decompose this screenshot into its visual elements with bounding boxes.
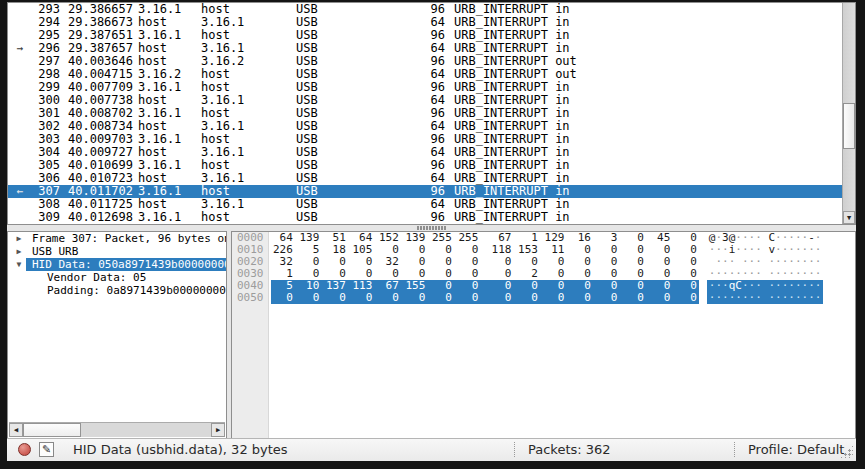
packet-row[interactable]: 29429.386673host3.16.1USB64URB_INTERRUPT…	[8, 16, 842, 29]
packet-row[interactable]: →29629.387657host3.16.1USB64URB_INTERRUP…	[8, 42, 842, 55]
marker-cell	[8, 211, 32, 224]
desktop-background: 29329.3866573.16.1hostUSB96URB_INTERRUPT…	[0, 0, 865, 469]
details-horizontal-scrollbar[interactable]: ◀ ▶	[9, 422, 225, 437]
scrollbar-right-button[interactable]: ▶	[211, 423, 225, 437]
hex-bytes: 0 0 0 0 0 0 0 0 0 0 0 0 0 0 0 0	[271, 292, 699, 304]
packet-row[interactable]: 30340.0097033.16.1hostUSB96URB_INTERRUPT…	[8, 133, 842, 146]
packet-details-pane[interactable]: ▶Frame 307: Packet, 96 bytes on▶USB URB▼…	[7, 231, 227, 439]
marker-cell	[8, 3, 32, 16]
packet-row[interactable]: 30840.011725host3.16.1USB64URB_INTERRUPT…	[8, 198, 842, 211]
packet-row[interactable]: 30440.009727host3.16.1USB64URB_INTERRUPT…	[8, 146, 842, 159]
marker-cell	[8, 133, 32, 146]
related-packet-arrow-icon: ←	[8, 185, 32, 198]
scrollbar-thumb[interactable]	[843, 103, 855, 149]
packet-list-vertical-scrollbar[interactable]: ▼	[842, 3, 855, 224]
hex-row[interactable]: 0050 0 0 0 0 0 0 0 0 0 0 0 0 0 0 0 0····…	[232, 292, 855, 304]
nonprintable-char: ·	[775, 291, 782, 304]
nonprintable-char: ·	[808, 291, 815, 304]
packet-row[interactable]: 29840.0047153.16.2hostUSB64URB_INTERRUPT…	[8, 68, 842, 81]
expander-placeholder	[27, 284, 41, 297]
expander-expanded-icon[interactable]: ▼	[12, 258, 26, 271]
hex-offset: 0050	[232, 292, 268, 304]
packet-list-pane[interactable]: 29329.3866573.16.1hostUSB96URB_INTERRUPT…	[7, 2, 856, 225]
lower-panes: ▶Frame 307: Packet, 96 bytes on▶USB URB▼…	[7, 231, 856, 439]
detail-field-text: Frame 307: Packet, 96 bytes on	[26, 232, 227, 245]
packet-row[interactable]: 30640.010723host3.16.1USB64URB_INTERRUPT…	[8, 172, 842, 185]
packet-row[interactable]: ←30740.0117023.16.1hostUSB96URB_INTERRUP…	[8, 185, 842, 198]
scroll-right-icon: ▶	[216, 426, 220, 434]
packet-list-rows: 29329.3866573.16.1hostUSB96URB_INTERRUPT…	[8, 3, 842, 224]
detail-field-text: HID Data: 050a8971439b000000000000	[26, 258, 227, 271]
packet-row[interactable]: 30940.0126983.16.1hostUSB96URB_INTERRUPT…	[8, 211, 842, 224]
status-field-info: HID Data (usbhid.data), 32 bytes	[73, 442, 288, 457]
detail-field-text: Padding: 0a8971439b000000000000	[41, 284, 227, 297]
nonprintable-char: ·	[735, 291, 742, 304]
tree-indent	[8, 284, 23, 297]
hex-rows: 0000 64 139 51 64 152 139 255 255 67 1 1…	[232, 232, 855, 304]
status-profile[interactable]: Profile: Default	[748, 442, 844, 457]
scroll-left-icon: ◀	[14, 426, 18, 434]
expander-placeholder	[27, 271, 41, 284]
marker-cell	[8, 107, 32, 120]
status-bar: ✎ HID Data (usbhid.data), 32 bytes Packe…	[7, 438, 856, 461]
detail-tree-row[interactable]: ▶Frame 307: Packet, 96 bytes on	[8, 232, 226, 245]
nonprintable-char: ·	[722, 291, 729, 304]
status-separator[interactable]	[514, 442, 515, 457]
detail-field-text: USB URB	[26, 245, 82, 258]
packet-row[interactable]: 29940.0077093.16.1hostUSB96URB_INTERRUPT…	[8, 81, 842, 94]
scrollbar-down-button[interactable]: ▼	[843, 211, 855, 224]
packet-details-tree: ▶Frame 307: Packet, 96 bytes on▶USB URB▼…	[8, 232, 226, 297]
status-separator[interactable]	[734, 442, 735, 457]
expander-collapsed-icon[interactable]: ▶	[12, 232, 26, 245]
marker-cell	[8, 16, 32, 29]
hex-ascii: ········ ········	[707, 292, 824, 304]
marker-cell	[8, 81, 32, 94]
packet-row[interactable]: 30140.0087023.16.1hostUSB96URB_INTERRUPT…	[8, 107, 842, 120]
packet-row[interactable]: 30240.008734host3.16.1USB64URB_INTERRUPT…	[8, 120, 842, 133]
scrollbar-thumb[interactable]	[23, 423, 81, 437]
scrollbar-left-button[interactable]: ◀	[9, 423, 23, 437]
detail-tree-row[interactable]: ▶USB URB	[8, 245, 226, 258]
packet-row[interactable]: 30540.0106993.16.1hostUSB96URB_INTERRUPT…	[8, 159, 842, 172]
nonprintable-char: ·	[815, 291, 822, 304]
packet-row[interactable]: 29740.003646host3.16.2USB96URB_INTERRUPT…	[8, 55, 842, 68]
related-packet-arrow-icon: →	[8, 42, 32, 55]
splitter-grip-icon	[417, 226, 447, 230]
packet-row[interactable]: 29529.3876513.16.1hostUSB96URB_INTERRUPT…	[8, 29, 842, 42]
expert-info-icon[interactable]	[18, 443, 31, 456]
nonprintable-char: ·	[755, 291, 762, 304]
capture-comment-icon[interactable]: ✎	[39, 442, 54, 457]
nonprintable-char: ·	[795, 291, 802, 304]
detail-tree-row[interactable]: ▼HID Data: 050a8971439b000000000000	[8, 258, 226, 271]
marker-cell	[8, 159, 32, 172]
scroll-down-icon: ▼	[847, 214, 851, 222]
packet-row[interactable]: 30040.007738host3.16.1USB64URB_INTERRUPT…	[8, 94, 842, 107]
marker-cell	[8, 29, 32, 42]
expander-collapsed-icon[interactable]: ▶	[12, 245, 26, 258]
detail-tree-row[interactable]: Padding: 0a8971439b000000000000	[8, 284, 226, 297]
marker-cell	[8, 94, 32, 107]
detail-tree-row[interactable]: Vendor Data: 05	[8, 271, 226, 284]
detail-field-text: Vendor Data: 05	[41, 271, 150, 284]
marker-cell	[8, 55, 32, 68]
scrollbar-track[interactable]	[81, 423, 211, 437]
packet-bytes-pane[interactable]: 0000 64 139 51 64 152 139 255 255 67 1 1…	[231, 231, 856, 439]
tree-indent	[8, 271, 23, 284]
marker-cell	[8, 120, 32, 133]
marker-cell	[8, 172, 32, 185]
marker-cell	[8, 146, 32, 159]
packet-row[interactable]: 29329.3866573.16.1hostUSB96URB_INTERRUPT…	[8, 3, 842, 16]
wireshark-window: 29329.3866573.16.1hostUSB96URB_INTERRUPT…	[7, 2, 856, 461]
status-packet-count: Packets: 362	[528, 442, 611, 457]
marker-cell	[8, 198, 32, 211]
nonprintable-char: ·	[742, 291, 749, 304]
nonprintable-char: ·	[788, 291, 795, 304]
marker-cell	[8, 68, 32, 81]
